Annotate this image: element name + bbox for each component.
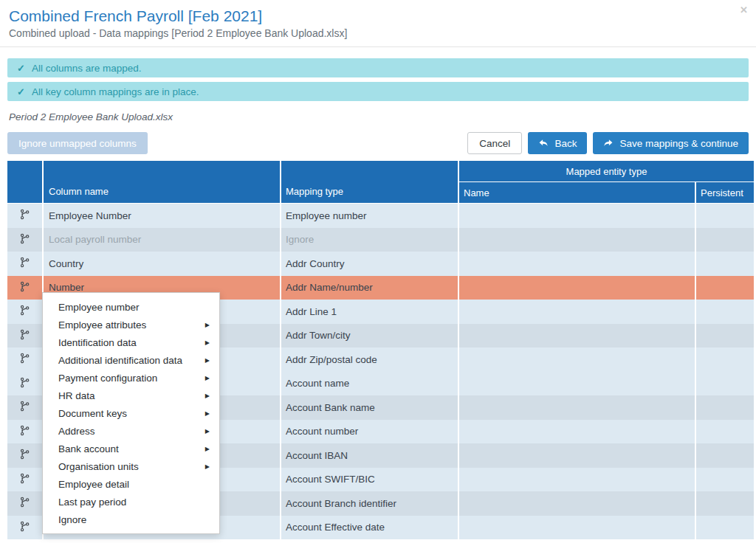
- menu-item[interactable]: Document keys ▶: [43, 404, 219, 422]
- cancel-button[interactable]: Cancel: [467, 132, 522, 154]
- menu-item[interactable]: Employee detail: [43, 475, 219, 493]
- row-icon-cell: [7, 204, 42, 228]
- branch-icon: [19, 305, 30, 318]
- cell-mapping-type[interactable]: Ignore: [281, 228, 458, 252]
- menu-item[interactable]: Additional identification data ▶: [43, 351, 219, 369]
- menu-item-label: Organisation units: [58, 461, 139, 472]
- menu-item-label: Address: [58, 426, 95, 437]
- row-icon-cell: [7, 324, 42, 348]
- menu-item[interactable]: HR data ▶: [43, 387, 219, 404]
- row-icon-cell: [7, 252, 42, 276]
- cell-persistent: [696, 204, 754, 228]
- header-persistent: Persistent: [696, 182, 754, 203]
- menu-item-label: Bank account: [58, 443, 119, 454]
- cell-persistent: [696, 372, 754, 396]
- cell-mapping-type[interactable]: Account Effective date: [281, 516, 458, 540]
- branch-icon: [19, 521, 30, 534]
- row-icon-cell: [7, 468, 42, 492]
- file-name-label: Period 2 Employee Bank Upload.xlsx: [9, 111, 756, 122]
- cell-persistent: [696, 443, 754, 468]
- menu-item[interactable]: Payment configuration ▶: [43, 369, 219, 387]
- menu-item[interactable]: Ignore: [43, 511, 219, 528]
- submenu-arrow-icon: ▶: [205, 410, 210, 417]
- cell-mapping-type[interactable]: Employee number: [281, 204, 458, 228]
- menu-item-label: Ignore: [58, 514, 86, 525]
- branch-icon: [19, 209, 30, 222]
- branch-icon: [19, 353, 30, 366]
- cell-mapping-type[interactable]: Addr Line 1: [281, 300, 458, 324]
- alert-columns-mapped: ✓ All columns are mapped.: [7, 58, 749, 77]
- branch-icon: [19, 473, 30, 486]
- cell-mapped-name: [459, 395, 695, 420]
- row-icon-cell: [7, 491, 42, 516]
- menu-item[interactable]: Organisation units ▶: [43, 457, 219, 475]
- toolbar: Ignore unmapped columns Cancel Back Save…: [7, 132, 749, 154]
- cell-persistent: [696, 300, 754, 324]
- cell-persistent: [696, 276, 754, 300]
- check-icon: ✓: [17, 63, 25, 74]
- submenu-arrow-icon: ▶: [205, 339, 210, 346]
- cell-mapping-type[interactable]: Addr Town/city: [281, 324, 458, 348]
- cell-mapped-name: [459, 252, 695, 276]
- cell-mapping-type[interactable]: Account SWIFT/BIC: [281, 468, 458, 492]
- cell-persistent: [696, 252, 754, 276]
- menu-item[interactable]: Address ▶: [43, 422, 219, 440]
- branch-icon: [19, 233, 30, 246]
- cell-mapping-type[interactable]: Addr Zip/postal code: [281, 347, 458, 372]
- close-icon[interactable]: ✕: [740, 5, 748, 15]
- cell-mapped-name: [459, 443, 695, 468]
- page-title: Combined French Payroll [Feb 2021]: [9, 7, 747, 26]
- cell-persistent: [696, 228, 754, 252]
- back-button[interactable]: Back: [528, 132, 587, 154]
- cell-mapped-name: [459, 300, 695, 324]
- ignore-unmapped-button[interactable]: Ignore unmapped columns: [7, 132, 148, 154]
- cell-mapping-type[interactable]: Addr Name/number: [281, 276, 458, 300]
- cell-mapped-name: [459, 228, 695, 252]
- alert-key-mappings: ✓ All key column mappings are in place.: [7, 82, 749, 101]
- cell-mapping-type[interactable]: Addr Country: [281, 252, 458, 276]
- cell-mapping-type[interactable]: Account number: [281, 420, 458, 444]
- cell-mapped-name: [459, 276, 695, 300]
- header-mapping-type: Mapping type: [281, 161, 458, 203]
- cell-mapping-type[interactable]: Account Bank name: [281, 395, 458, 420]
- menu-item[interactable]: Employee number: [43, 298, 219, 316]
- cell-persistent: [696, 468, 754, 492]
- branch-icon: [19, 281, 30, 294]
- menu-item[interactable]: Bank account ▶: [43, 440, 219, 457]
- branch-icon: [19, 377, 30, 390]
- menu-item-label: Additional identification data: [58, 355, 182, 366]
- cell-persistent: [696, 347, 754, 372]
- cell-mapping-type[interactable]: Account Branch identifier: [281, 491, 458, 516]
- toolbar-right-group: Cancel Back Save mappings & continue: [467, 132, 749, 154]
- table-row[interactable]: Local payroll number Ignore: [7, 228, 748, 252]
- row-icon-cell: [7, 420, 42, 444]
- menu-item[interactable]: Employee attributes ▶: [43, 316, 219, 333]
- cell-mapping-type[interactable]: Account IBAN: [281, 443, 458, 468]
- submenu-arrow-icon: ▶: [205, 446, 210, 452]
- branch-icon: [19, 449, 30, 462]
- page-subtitle: Combined upload - Data mappings [Period …: [9, 27, 747, 39]
- alerts-section: ✓ All columns are mapped. ✓ All key colu…: [0, 58, 756, 101]
- cell-persistent: [696, 395, 754, 420]
- menu-item[interactable]: Last pay period: [43, 493, 219, 511]
- cell-mapped-name: [459, 468, 695, 492]
- table-row[interactable]: Country Addr Country: [7, 252, 748, 276]
- cell-mapped-name: [459, 516, 695, 540]
- check-icon: ✓: [17, 86, 25, 97]
- menu-item[interactable]: Identification data ▶: [43, 333, 219, 351]
- cell-column-name: Country: [44, 252, 280, 276]
- save-mappings-button[interactable]: Save mappings & continue: [593, 132, 749, 154]
- row-icon-cell: [7, 443, 42, 468]
- menu-item-label: Payment configuration: [58, 373, 157, 384]
- cell-persistent: [696, 324, 754, 348]
- cell-mapping-type[interactable]: Account name: [281, 372, 458, 396]
- submenu-arrow-icon: ▶: [205, 428, 210, 435]
- cell-mapped-name: [459, 347, 695, 372]
- row-icon-cell: [7, 300, 42, 324]
- cell-mapped-name: [459, 324, 695, 348]
- menu-item-label: Last pay period: [58, 497, 126, 508]
- cell-column-name: Employee Number: [44, 204, 280, 228]
- table-row[interactable]: Employee Number Employee number: [7, 204, 748, 228]
- cell-persistent: [696, 491, 754, 516]
- branch-icon: [19, 257, 30, 270]
